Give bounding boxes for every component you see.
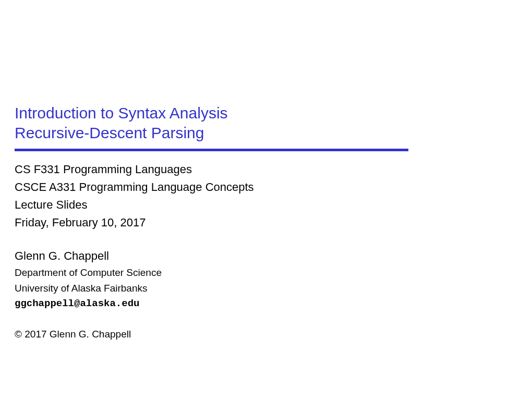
course-line-3: Lecture Slides (15, 196, 515, 214)
spacer (15, 232, 515, 247)
copyright: © 2017 Glenn G. Chappell (15, 327, 515, 342)
slide-content: Introduction to Syntax Analysis Recursiv… (15, 103, 515, 342)
title-divider (15, 149, 408, 151)
author-dept: Department of Computer Science (15, 265, 515, 280)
author-name: Glenn G. Chappell (15, 247, 515, 265)
course-date: Friday, February 10, 2017 (15, 214, 515, 232)
author-email: ggchappell@alaska.edu (15, 296, 515, 311)
course-line-1: CS F331 Programming Languages (15, 161, 515, 178)
title-line-2: Recursive-Descent Parsing (15, 123, 515, 143)
course-line-2: CSCE A331 Programming Language Concepts (15, 178, 515, 196)
author-university: University of Alaska Fairbanks (15, 281, 515, 296)
title-line-1: Introduction to Syntax Analysis (15, 103, 515, 123)
slide-title: Introduction to Syntax Analysis Recursiv… (15, 103, 515, 142)
